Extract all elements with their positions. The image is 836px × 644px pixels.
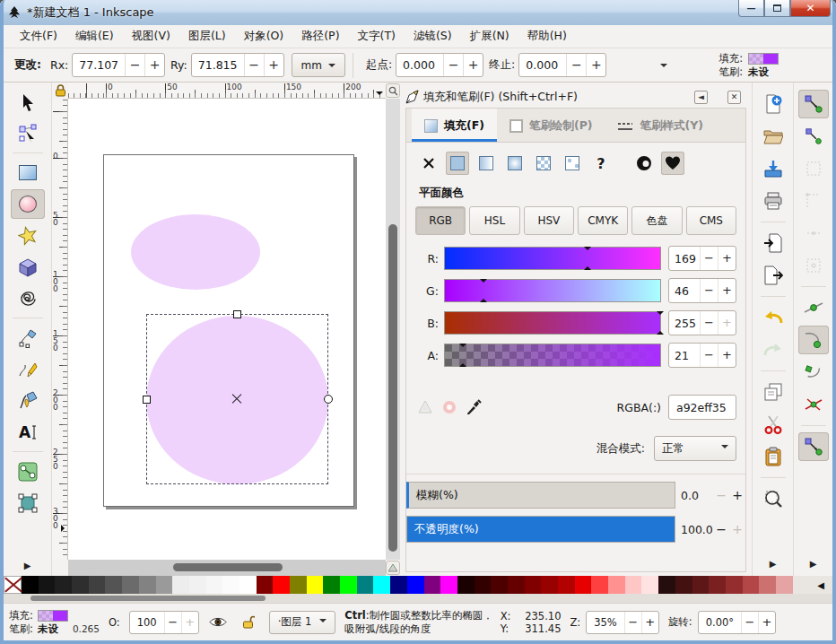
layer-lock-toggle[interactable]: [237, 612, 260, 633]
r-slider-marker[interactable]: [584, 263, 591, 270]
palette-scroll-left-button[interactable]: ◀: [809, 576, 832, 594]
tool-star[interactable]: [11, 221, 45, 250]
palette-swatch-30[interactable]: [525, 576, 542, 594]
palette-swatch-20[interactable]: [357, 576, 374, 594]
g-minus-button[interactable]: −: [700, 279, 718, 302]
horizontal-scrollbar-thumb[interactable]: [173, 563, 283, 571]
rotation-spinner[interactable]: 0.00° − +: [698, 611, 776, 634]
object-opacity-value[interactable]: 100: [130, 616, 164, 629]
b-slider-marker[interactable]: [657, 327, 664, 335]
opacity-slider[interactable]: 不透明度(%): [406, 516, 675, 543]
rx-value[interactable]: 77.107: [73, 58, 125, 72]
rotation-value[interactable]: 0.00°: [699, 616, 741, 629]
layer-visibility-toggle[interactable]: [206, 612, 230, 633]
statusbar-fill-stroke-indicator[interactable]: 填充: 笔刷: 未设 0.265: [9, 609, 100, 636]
fill-flat-button[interactable]: [446, 152, 469, 175]
colorspace-tab-hsv[interactable]: HSV: [524, 206, 574, 235]
tool-calligraphy[interactable]: [11, 386, 45, 415]
b-slider-marker[interactable]: [657, 311, 664, 318]
vertical-scrollbar-thumb[interactable]: [388, 224, 397, 552]
tab-fill[interactable]: 填充(F): [412, 109, 497, 142]
blend-mode-dropdown[interactable]: 正常: [654, 436, 736, 461]
start-minus-button[interactable]: −: [443, 54, 463, 76]
fill-rule-nonzero-button[interactable]: [661, 152, 684, 175]
palette-swatch-22[interactable]: [390, 576, 407, 594]
menu-item-2[interactable]: 视图(V): [123, 26, 179, 47]
opacity-plus-button[interactable]: +: [181, 612, 198, 633]
palette-swatch-40[interactable]: [692, 576, 710, 594]
toolbar-fill-stroke-indicator[interactable]: 填充: 笔刷: 未设: [718, 52, 779, 79]
export-button[interactable]: [758, 261, 788, 290]
fill-radial-gradient-button[interactable]: [503, 152, 527, 175]
b-value[interactable]: 255: [669, 317, 700, 330]
tool-spiral[interactable]: [11, 283, 45, 313]
a-slider-marker[interactable]: [459, 344, 466, 351]
tab-stroke-style[interactable]: 笔刷样式(Y): [605, 109, 716, 142]
snap-intersection-button[interactable]: [798, 390, 829, 419]
tool-gradient[interactable]: [11, 488, 45, 518]
dialog-shrink-button[interactable]: ◄: [694, 91, 708, 104]
b-minus-button[interactable]: −: [700, 311, 718, 335]
palette-swatch-18[interactable]: [323, 576, 340, 594]
palette-swatch-1[interactable]: [39, 576, 56, 594]
r-slider[interactable]: [444, 247, 661, 270]
rx-minus-button[interactable]: −: [125, 54, 144, 76]
menu-item-0[interactable]: 文件(F): [11, 26, 66, 47]
a-value[interactable]: 21: [669, 349, 700, 362]
menu-item-5[interactable]: 路径(P): [292, 26, 348, 47]
zoom-spinner[interactable]: 35% − +: [586, 611, 659, 634]
tool-node-editor[interactable]: [11, 118, 45, 148]
snap-enable-button[interactable]: [798, 90, 829, 118]
tool-3d-box[interactable]: [11, 252, 45, 282]
menu-item-8[interactable]: 扩展(N): [461, 26, 518, 47]
colorspace-tab-hsl[interactable]: HSL: [469, 206, 519, 235]
tool-connector[interactable]: [11, 457, 45, 486]
r-spinner[interactable]: 169−+: [668, 246, 736, 271]
stroke-width-value[interactable]: 0.265: [73, 623, 100, 634]
cms-toggle-button[interactable]: [386, 561, 400, 575]
palette-swatch-35[interactable]: [608, 576, 625, 594]
cut-button[interactable]: [758, 410, 788, 439]
vertical-ruler[interactable]: 050100150200250300: [52, 99, 68, 560]
g-slider-marker[interactable]: [480, 295, 487, 302]
horizontal-ruler[interactable]: 050100150200: [68, 83, 386, 99]
a-spinner[interactable]: 21−+: [668, 343, 736, 368]
menu-item-6[interactable]: 文字(T): [349, 26, 405, 47]
new-document-button[interactable]: [758, 90, 788, 118]
zoom-minus-button[interactable]: −: [624, 612, 641, 633]
palette-swatch-9[interactable]: [172, 576, 189, 594]
rgba-input[interactable]: a92eff35: [668, 395, 736, 420]
menu-item-9[interactable]: 帮助(H): [518, 26, 576, 47]
horizontal-scrollbar[interactable]: [68, 560, 386, 576]
palette-swatch-24[interactable]: [424, 576, 441, 594]
fill-rule-evenodd-button[interactable]: [632, 152, 656, 175]
rx-handle[interactable]: [143, 396, 151, 404]
palette-swatch-28[interactable]: [491, 576, 508, 594]
palette-swatch-21[interactable]: [373, 576, 390, 594]
menu-item-4[interactable]: 对象(O): [235, 26, 293, 47]
close-button[interactable]: ✕: [790, 0, 831, 17]
palette-swatch-45[interactable]: [776, 576, 793, 594]
tool-selector[interactable]: [11, 87, 45, 117]
palette-swatch-25[interactable]: [440, 576, 457, 594]
r-slider-marker[interactable]: [584, 247, 591, 254]
zoom-plus-button[interactable]: +: [641, 612, 658, 633]
menu-item-3[interactable]: 图层(L): [179, 26, 235, 47]
start-plus-button[interactable]: +: [463, 54, 483, 76]
ruler-corner[interactable]: [52, 83, 68, 99]
g-value[interactable]: 46: [669, 284, 700, 298]
ry-handle[interactable]: [233, 310, 241, 318]
rx-spinner[interactable]: 77.107 − +: [72, 53, 165, 77]
toolbar-overflow-icon[interactable]: [660, 64, 667, 71]
redo-button[interactable]: [758, 335, 788, 364]
palette-swatch-34[interactable]: [591, 576, 608, 594]
start-spinner[interactable]: 0.000 − +: [396, 53, 483, 77]
palette-swatch-41[interactable]: [709, 576, 726, 594]
end-minus-button[interactable]: −: [566, 54, 586, 76]
colorspace-tab-色盘[interactable]: 色盘: [631, 206, 682, 235]
palette-swatch-37[interactable]: [641, 576, 658, 594]
b-slider[interactable]: [444, 311, 661, 335]
palette-swatch-12[interactable]: [222, 576, 239, 594]
snap-bbox-button[interactable]: [798, 122, 829, 151]
fill-color-swatch[interactable]: [748, 53, 779, 65]
